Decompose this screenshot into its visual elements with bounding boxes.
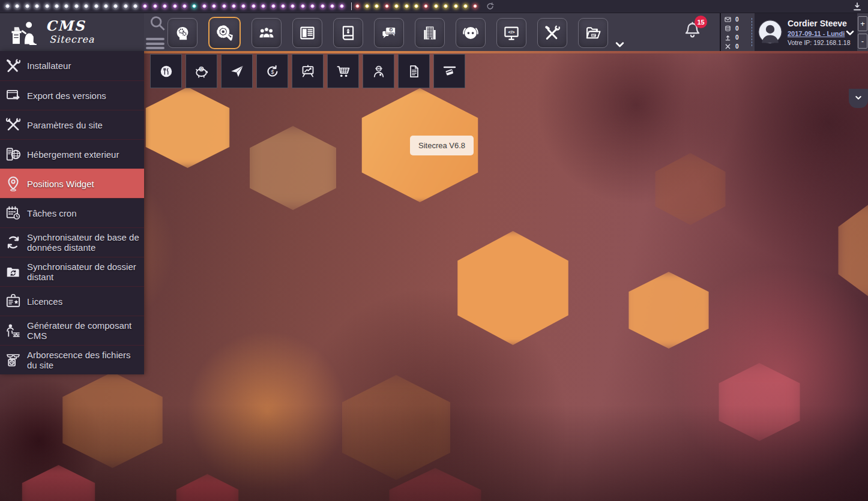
toolbar-button-modules[interactable] [456,18,486,48]
stat-database: 0 [725,24,750,32]
subtoolbar-button-envoi[interactable] [221,54,253,88]
sidebar-item-label: Synchronisateur de base de données dista… [27,232,139,253]
subtoolbar-button-documents[interactable] [398,54,430,88]
toolbar-button-entreprise[interactable] [415,18,445,48]
subtoolbar-button-statistiques[interactable] [292,54,324,88]
database-icon [725,25,731,32]
hexagon-decor [18,465,99,501]
toolbar-button-fichiers[interactable] [578,18,608,48]
server-globe-icon [5,146,22,163]
search-menu-toggle[interactable] [146,15,166,52]
mail-icon [725,16,731,23]
sidebar-item-sync-dossier[interactable]: Synchronisateur de dossier distant [0,257,144,286]
led-dot [241,4,246,8]
card-insert-icon [442,64,457,79]
license-card-icon [5,293,22,310]
user-menu[interactable]: Cordier Steeve 2017-09-11 - Lundi Votre … [755,13,857,51]
document-lines-icon [406,64,422,79]
app-logo[interactable]: CMS Sitecrea [0,13,144,51]
download-tray-icon [852,2,862,11]
folder-sync-icon [5,263,22,280]
sidebar-item-arborescence-fichiers[interactable]: Arborescence des fichiers du site [0,345,144,374]
toolbar-button-layout[interactable] [292,18,322,48]
subtoolbar-button-restauration[interactable] [150,54,182,88]
led-dot [222,4,226,8]
user-ip: Votre IP: 192.168.1.18 [788,39,851,46]
toolbar-button-code[interactable]: </> [496,18,526,48]
toolbar-expand-chevron[interactable] [615,40,625,47]
tools-icon [5,58,22,74]
zoom-increase-button[interactable]: + [858,16,867,31]
subtoolbar-button-support[interactable] [363,54,394,88]
folder-docs-icon [584,24,602,42]
led-dot [454,4,458,8]
svg-text:$: $ [200,67,202,70]
map-pin-icon [5,175,22,192]
led-dot [74,4,79,8]
sidebar-item-generateur-composant[interactable]: Générateur de composant CMS [0,316,144,345]
socket-face-icon [462,24,480,42]
led-dot [271,4,276,8]
sidebar-item-taches-cron[interactable]: Tâches cron [0,198,144,227]
led-dot [252,4,256,8]
subtoolbar-button-paiement[interactable] [433,54,465,88]
sidebar-item-export-versions[interactable]: Export des versions [0,80,144,110]
upload-icon [725,34,731,41]
sidebar-menu: InstallateurExport des versionsParamètre… [0,51,144,374]
logo-subtitle: Sitecrea [49,34,95,45]
user-date-link[interactable]: 2017-09-11 - Lundi [788,30,845,37]
stat-value: 0 [735,25,739,32]
license-card-icon [5,293,22,310]
server-globe-icon [5,146,22,163]
sidebar-item-hebergement-exterieur[interactable]: Hébergement exterieur [0,139,144,169]
sidebar-item-label: Export des versions [27,91,106,101]
code-monitor-icon: </> [502,24,520,42]
panel-pull-tab[interactable] [849,89,868,108]
tools-icon [543,24,561,42]
sync-arrows-icon [5,234,22,251]
presentation-chart-icon [300,64,316,79]
hexagon-decor [451,231,574,345]
subtoolbar-button-remboursement[interactable]: $ [256,54,288,88]
sidebar-item-installateur[interactable]: Installateur [0,51,144,80]
sidebar-item-label: Positions Widget [27,179,94,189]
svg-text:$: $ [271,68,274,74]
hexagon-decor [714,363,804,441]
led-dot [15,4,19,8]
zoom-decrease-button[interactable]: - [858,34,867,49]
toolbar-button-system-settings[interactable] [208,17,241,49]
notifications-button[interactable]: 15 [683,20,707,44]
quick-stats: 0000 [725,15,750,50]
subtoolbar-button-epargne[interactable]: $ [185,54,217,88]
sidebar-item-licences[interactable]: Licences [0,286,144,316]
sidebar-item-parametres-site[interactable]: Paramètres du site [0,110,144,139]
led-dot [104,4,108,8]
subtoolbar-button-boutique[interactable] [327,54,359,88]
download-icon[interactable] [852,2,862,11]
stat-value: 0 [735,34,739,41]
sub-toolbar: $$ [150,54,465,88]
sidebar-item-label: Arborescence des fichiers du site [27,350,139,370]
sidebar-item-label: Générateur de composant CMS [27,320,139,341]
toolbar-button-users[interactable] [252,18,282,48]
logo-text: CMS Sitecrea [46,19,95,45]
scale-files-icon [5,352,22,368]
user-chevron-down-icon[interactable] [845,28,855,35]
sync-arrows-icon [5,234,22,251]
toolbar-button-mind-settings[interactable] [167,18,197,48]
sidebar-item-positions-widget[interactable]: Positions Widget [0,169,144,198]
header-divider [720,13,721,51]
export-window-icon [5,87,22,104]
toolbar-button-catalog[interactable] [333,18,363,48]
piggy-bank-icon: $ [194,64,209,79]
led-dot [153,4,157,8]
export-window-icon [5,87,22,104]
toolbar-button-comptabilite[interactable]: €Compta [374,18,404,48]
plate-cutlery-icon [158,64,174,79]
led-dot [5,4,10,8]
led-dot [124,4,128,8]
sidebar-item-sync-base-donnees[interactable]: Synchronisateur de base de données dista… [0,227,144,257]
svg-text:Compta: Compta [387,32,394,34]
toolbar-button-outils[interactable] [537,18,567,48]
stat-close: 0 [725,42,750,50]
